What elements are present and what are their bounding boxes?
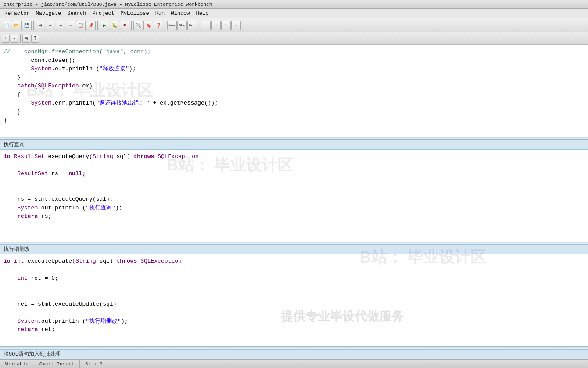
code-editor[interactable]: B站： 毕业设计区 B站： 毕业设计区 B站： 毕业设计区 提供专业毕设代做服务… xyxy=(0,45,588,359)
toolbar2-sep-1 xyxy=(20,34,21,43)
menu-project[interactable]: Project xyxy=(90,10,117,18)
toolbar-btn-hierarchy[interactable]: ⊞ xyxy=(22,35,30,43)
toolbar-sep-4 xyxy=(165,21,165,30)
menu-myeclipse[interactable]: MyEclipse xyxy=(118,10,152,18)
menu-navigate[interactable]: Navigate xyxy=(33,10,64,18)
toolbar-btn-new[interactable]: 📄 xyxy=(2,21,11,30)
toolbar-group-4: 🔍 🔖 ❓ xyxy=(133,21,163,30)
code-content[interactable]: // connMgr.freeConnection("java", conn);… xyxy=(0,45,588,137)
title-text: enterprise - jiao/src/com/util/DBO.java … xyxy=(4,2,212,7)
toolbar-sep-2 xyxy=(97,21,98,30)
code-area[interactable]: // connMgr.freeConnection("java", conn);… xyxy=(0,45,588,137)
code-content-3[interactable]: io int executeUpdate(String sql) throws … xyxy=(0,254,588,346)
menu-help[interactable]: Help xyxy=(194,10,212,18)
status-smart-insert: Smart Insert xyxy=(34,360,80,368)
toolbar-btn-web[interactable]: Web xyxy=(187,21,197,30)
toolbar-btn-redo[interactable]: ↪ xyxy=(56,21,65,30)
toolbar-group-3: ▶ 🐛 ■ xyxy=(100,21,129,30)
code-area-3[interactable]: io int executeUpdate(String sql) throws … xyxy=(0,254,588,346)
toolbar-btn-bookmark[interactable]: 🔖 xyxy=(143,21,153,30)
toolbar-main: 📄 📂 💾 🖨 ↩ ↪ ✂ 📋 📌 ▶ 🐛 ■ 🔍 🔖 ❓ Java Dbg W… xyxy=(0,18,588,32)
toolbar-btn-cut[interactable]: ✂ xyxy=(66,21,75,30)
title-bar: enterprise - jiao/src/com/util/DBO.java … xyxy=(0,0,588,9)
menu-window[interactable]: Window xyxy=(168,10,192,18)
toolbar-btn-run[interactable]: ▶ xyxy=(100,21,109,30)
toolbar-btn-paste[interactable]: 📌 xyxy=(86,21,96,30)
toolbar-btn-help[interactable]: ❓ xyxy=(154,21,163,30)
section-header-update: 执行增删改 xyxy=(0,244,588,254)
code-content-2[interactable]: io ResultSet executeQuery(String sql) th… xyxy=(0,150,588,242)
toolbar-btn-debug2[interactable]: Dbg xyxy=(177,21,187,30)
toolbar-sep-3 xyxy=(131,21,132,30)
toolbar-secondary: + - ⊞ T xyxy=(0,32,588,45)
toolbar-btn-collapse[interactable]: - xyxy=(11,35,18,43)
toolbar-group-1: 📄 📂 💾 xyxy=(2,21,32,30)
toolbar-group-perspective: Java Dbg Web xyxy=(167,21,197,30)
toolbar-btn-up[interactable]: ↑ xyxy=(221,21,231,30)
status-writable: Writable xyxy=(0,360,34,368)
status-bar: Writable Smart Insert 64 : 8 xyxy=(0,359,588,368)
toolbar-group-2: 🖨 ↩ ↪ ✂ 📋 📌 xyxy=(36,21,96,30)
toolbar-btn-print[interactable]: 🖨 xyxy=(36,21,45,30)
toolbar-btn-down[interactable]: ↓ xyxy=(231,21,241,30)
menu-refactor[interactable]: Refactor xyxy=(2,10,32,18)
toolbar-sep-5 xyxy=(199,21,199,30)
menu-search[interactable]: Search xyxy=(65,10,89,18)
toolbar-btn-java[interactable]: Java xyxy=(167,21,177,30)
section-header-query: 执行查询 xyxy=(0,140,588,150)
toolbar-btn-undo[interactable]: ↩ xyxy=(46,21,55,30)
toolbar-btn-stop[interactable]: ■ xyxy=(120,21,129,30)
section-header-batch: 将SQL语句加入到批处理 xyxy=(0,349,588,359)
toolbar-btn-open[interactable]: 📂 xyxy=(12,21,22,30)
toolbar-btn-back[interactable]: ← xyxy=(201,21,211,30)
toolbar-btn-forward[interactable]: → xyxy=(211,21,221,30)
main-area: B站： 毕业设计区 B站： 毕业设计区 B站： 毕业设计区 提供专业毕设代做服务… xyxy=(0,45,588,359)
toolbar-btn-copy[interactable]: 📋 xyxy=(76,21,86,30)
menu-run[interactable]: Run xyxy=(153,10,168,18)
toolbar-btn-search[interactable]: 🔍 xyxy=(133,21,143,30)
code-area-2[interactable]: io ResultSet executeQuery(String sql) th… xyxy=(0,150,588,242)
toolbar-btn-save[interactable]: 💾 xyxy=(22,21,32,30)
menu-bar: Refactor Navigate Search Project MyEclip… xyxy=(0,9,588,18)
toolbar-btn-expand[interactable]: + xyxy=(2,35,10,43)
toolbar-group-nav: ← → ↑ ↓ xyxy=(201,21,241,30)
status-position: 64 : 8 xyxy=(80,360,108,368)
toolbar-sep-1 xyxy=(33,21,34,30)
toolbar-btn-type[interactable]: T xyxy=(31,35,39,43)
toolbar-btn-debug[interactable]: 🐛 xyxy=(110,21,119,30)
